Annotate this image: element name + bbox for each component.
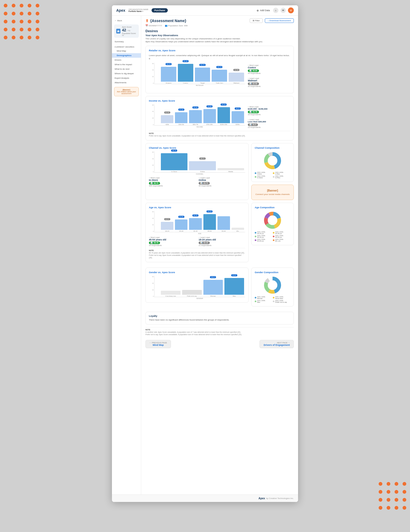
gender-chart-card: Gender vs. Apex Score 6040200 A non-bina…: [145, 268, 249, 303]
bar-group-25-34: 53.95 25-34: [175, 212, 187, 232]
footer: Apex by Creative Technologies Inc.: [112, 494, 298, 502]
retailer-loyal-section: ○ Most Loyal Costco 📊 50.00 44 responden…: [248, 64, 290, 87]
retailer-chart-desc: Lorem ipsum dolor sit amet, consectetur …: [149, 54, 290, 60]
bar-75-100k: 54.99: [203, 109, 216, 123]
income-chart-side: ○ Most Loyal $100,000 - $150,000 📊 53.78…: [248, 104, 290, 128]
apex-logo: Apex: [116, 8, 125, 13]
sidebar-item-what-to-do[interactable]: What to do next: [112, 67, 141, 71]
gender-bar-chart: A non-binary man Prefer not to say 48.07: [154, 276, 245, 297]
channel-least-loyal: ○ Least Loyal Online 📊 29.73 46 responde…: [199, 177, 245, 187]
sidebar-item-expert[interactable]: Expert Analysis: [112, 76, 141, 80]
next-page-button[interactable]: NEXT PAGE → Drivers of Engagement: [260, 340, 294, 348]
channel-composition-col: Channel Composition: [251, 143, 294, 200]
income-bar-chart-col: 6040200 32.45 <$30k: [149, 104, 245, 128]
bar-25-34: 53.95: [175, 219, 187, 230]
sidebar: ← Back Apex Score 42 / 70 Populated Scor…: [112, 16, 141, 494]
apex-score-icon: [116, 29, 120, 34]
age-donut-legend: XXX | XX%18-24 y/o XXX | XX%25-34 y/o XX…: [255, 231, 290, 242]
channel-row: Channel vs. Apex Score 6040200 48.75: [145, 143, 294, 200]
bar-group-65plus: 65+: [232, 212, 244, 232]
bar-100-150k: 57.50: [217, 107, 230, 123]
bar-group-150kplus: 49.37 $150k+: [232, 105, 244, 125]
bar-instore: 48.75: [161, 153, 187, 170]
bar-man: 54.97: [224, 278, 244, 295]
income-chart-row: 6040200 32.45 <$30k: [149, 104, 290, 128]
sidebar-item-mind-map[interactable]: Mind Map: [112, 49, 141, 53]
gender-chart-card-col: Gender vs. Apex Score 6040200 A non-bina…: [145, 268, 249, 309]
pagination: ← PREVIOUS PAGE Mind Map NEXT PAGE → Dri…: [145, 340, 294, 348]
bar-group-online: 36.71 Online: [189, 152, 216, 172]
channel-chart-card-col: Channel vs. Apex Score 6040200 48.75: [145, 143, 249, 200]
bar-150kplus: 49.37: [232, 111, 244, 123]
age-chart-title: Age vs. Apex Score: [149, 206, 245, 209]
loyalty-notes: NOTE In another note: Apex Score unavail…: [145, 327, 294, 336]
income-most-loyal: ○ Most Loyal $100,000 - $150,000 📊 53.78…: [248, 106, 290, 115]
bottom-right-decoration: [378, 481, 407, 511]
download-button[interactable]: ↓ Download Assessment: [265, 18, 294, 23]
purchase-button[interactable]: Purchase: [152, 8, 168, 13]
bar-group-18-24: 42.57 18-24: [161, 212, 173, 232]
bar-group-target: 54.74 Target: [195, 64, 210, 84]
bar-woman: 48.07: [203, 280, 223, 295]
bar-group-55-64: 55-64: [217, 212, 230, 232]
retailer-least-loyal: ○ Least Loyal Walmart 📊 22.32 30 respond…: [248, 77, 290, 87]
bar-18-24: 42.57: [161, 222, 173, 230]
channel-chart-card: Channel vs. Apex Score 6040200 48.75: [145, 143, 249, 200]
channel-banner-card: [Banner] Connect your social media chann…: [251, 185, 294, 200]
channel-loyal-row: ○ Most Loyal In-Store 📊 46.70 306 respon…: [149, 177, 245, 187]
bar-65plus: [232, 228, 244, 230]
bar-30-50k: 47.32: [175, 112, 187, 123]
main-layout: ← Back Apex Score 42 / 70 Populated Scor…: [112, 16, 298, 494]
add-data-button[interactable]: ⊕ Add Data: [257, 9, 270, 12]
sidebar-item-drivers[interactable]: Drivers: [112, 58, 141, 62]
channel-chart-title: Channel vs. Apex Score: [149, 147, 245, 149]
retailer-chart-title: Retailer vs. Apex Score: [149, 49, 290, 52]
back-button[interactable]: ← Back: [112, 18, 141, 23]
income-chart-note: NOTE Prefer not to say: Apex Score unava…: [149, 131, 290, 137]
income-chart-title: Income vs. Apex Score: [149, 99, 290, 102]
sidebar-item-attachments[interactable]: Attachments: [112, 80, 141, 85]
assessment-actions: ⊞ Filter ↓ Download Assessment: [250, 18, 294, 23]
bar-lt30k: 32.45: [161, 115, 173, 123]
bar-group-man: 54.97 Man: [224, 277, 244, 297]
age-chart-note: NOTE 65-74 years old: Apex Score unavail…: [149, 248, 245, 259]
channel-bar-chart: 48.75 In-Store 36.71 Online: [154, 151, 245, 173]
age-composition-col: Age Composition: [251, 203, 294, 265]
income-y-axis: 6040200: [149, 104, 154, 126]
bar-target: 54.74: [195, 68, 210, 82]
loyalty-section: Loyalty There have been no significant d…: [145, 312, 294, 324]
bar-group-traderjoes: 54.74 Trader Joe's: [212, 64, 227, 84]
mail-icon[interactable]: ✉: [281, 8, 286, 13]
user-avatar[interactable]: U: [288, 7, 294, 13]
top-nav: Apex ORGANIZATION NAME Portfolio Name ▾ …: [112, 5, 298, 16]
sidebar-item-where-to-dig[interactable]: Where to dig deeper: [112, 71, 141, 76]
age-y-axis: 6040200: [149, 211, 154, 232]
home-icon[interactable]: ⌂: [273, 8, 278, 13]
sidebar-item-impact[interactable]: What is the impact: [112, 62, 141, 67]
assessment-header: ⬆ {Assessment Name} ⊞ Filter ↓ Download …: [145, 18, 294, 23]
gender-y-axis: 6040200: [149, 276, 154, 297]
svg-point-11: [268, 215, 277, 225]
age-chart-card-col: Age vs. Apex Score 6040200 42.57: [145, 203, 249, 265]
bar-group-walmart: 32.58 Walmart: [229, 64, 244, 84]
bar-group-lt30k: 32.45 <$30k: [161, 105, 173, 125]
prev-page-button[interactable]: ← PREVIOUS PAGE Mind Map: [145, 340, 171, 348]
bar-nonbinary: [161, 291, 181, 295]
bar-prefer-not: [182, 290, 202, 295]
age-chart-card: Age vs. Apex Score 6040200 42.57: [145, 203, 249, 262]
sidebar-item-demographics[interactable]: Demographics: [112, 53, 141, 58]
channel-most-loyal: ○ Most Loyal In-Store 📊 46.70 306 respon…: [149, 177, 195, 187]
bar-group-100-150k: 57.50 $100k-150k: [217, 105, 230, 125]
browser-window: Apex ORGANIZATION NAME Portfolio Name ▾ …: [112, 5, 298, 502]
gender-chart-title: Gender vs. Apex Score: [149, 271, 245, 274]
bar-group-30-50k: 47.32 $30k-50k: [175, 105, 187, 125]
key-obs-title: Your Apex Key Observations: [145, 34, 294, 37]
key-obs-desc: The Levers of Loyalty can vary depending…: [145, 37, 294, 43]
bar-group-35-44: 54.75 35-44: [189, 212, 202, 232]
age-loyal-row: ○ Most Loyal 45-54 years old 📊 48.76 25 …: [149, 236, 245, 246]
sidebar-item-summary[interactable]: Summary: [112, 39, 141, 44]
filter-button[interactable]: ⊞ Filter: [250, 18, 263, 23]
bar-group-woman: 48.07 Woman: [203, 277, 223, 297]
gender-row: Gender vs. Apex Score 6040200 A non-bina…: [145, 268, 294, 309]
bar-group-mobile: Mobile: [217, 152, 244, 172]
